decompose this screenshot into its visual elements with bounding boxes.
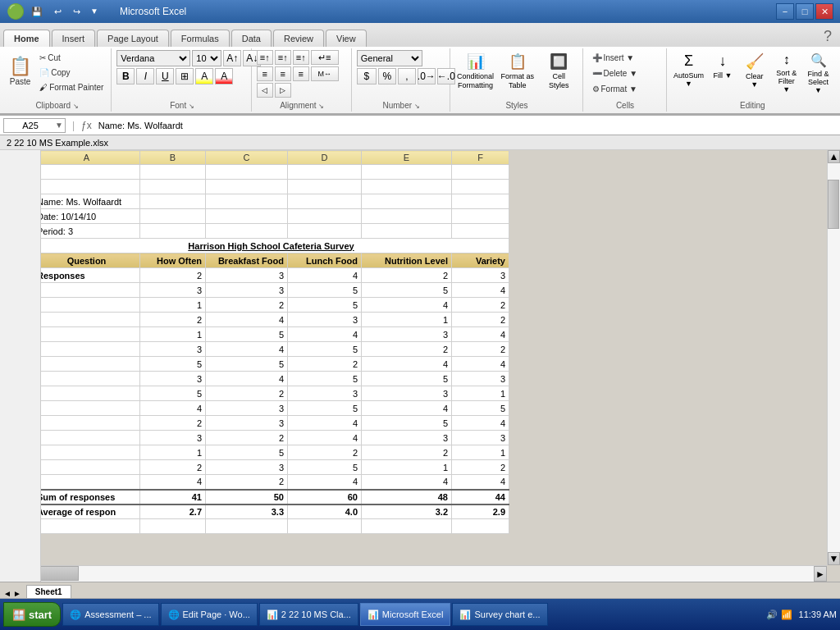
cell[interactable]: Date: 10/14/10	[34, 209, 140, 224]
cell[interactable]: 1	[452, 386, 509, 401]
cell[interactable]	[362, 519, 452, 534]
cell[interactable]	[206, 165, 288, 180]
cell[interactable]	[34, 386, 140, 401]
cell[interactable]: Harrison High School Cafeteria Survey	[34, 239, 509, 253]
cell[interactable]	[206, 519, 288, 534]
cell[interactable]: Nutrition Level	[362, 253, 452, 268]
cell[interactable]: 2	[362, 342, 452, 357]
cell[interactable]: Breakfast Food	[206, 253, 288, 268]
cell[interactable]: 2	[206, 431, 288, 445]
merge-center-button[interactable]: M↔	[311, 66, 339, 81]
cell[interactable]: 2	[288, 445, 362, 460]
cell[interactable]: Average of respon	[34, 504, 140, 519]
window-controls[interactable]: − □ ✕	[776, 3, 833, 20]
cell[interactable]: 1	[452, 445, 509, 460]
cell[interactable]	[452, 180, 509, 194]
cell[interactable]: 1	[362, 313, 452, 327]
cell[interactable]: 5	[206, 357, 288, 372]
conditional-formatting-button[interactable]: 📊 ConditionalFormatting	[455, 50, 496, 93]
cell[interactable]	[140, 180, 206, 194]
cell-styles-button[interactable]: 🔲 CellStyles	[539, 50, 579, 93]
cell[interactable]: 5	[288, 372, 362, 386]
cell[interactable]	[206, 224, 288, 239]
cell[interactable]: 3	[140, 342, 206, 357]
cell[interactable]	[206, 194, 288, 209]
cell[interactable]: 4	[288, 475, 362, 490]
cell[interactable]	[452, 194, 509, 209]
cell[interactable]: 2	[206, 298, 288, 313]
taskbar-item-1[interactable]: 🌐 Assessment – ...	[62, 603, 158, 616]
col-header-b[interactable]: B	[140, 151, 206, 165]
cell[interactable]: 3	[206, 283, 288, 298]
cell[interactable]	[34, 372, 140, 386]
minimize-button[interactable]: −	[776, 3, 794, 20]
indent-decrease[interactable]: ◁	[257, 83, 273, 98]
cell[interactable]	[288, 519, 362, 534]
cell[interactable]: 2	[362, 268, 452, 283]
cell[interactable]: 5	[288, 460, 362, 475]
cell[interactable]: 2	[140, 313, 206, 327]
cell[interactable]: 3	[288, 313, 362, 327]
cell[interactable]	[362, 209, 452, 224]
maximize-button[interactable]: □	[796, 3, 814, 20]
cell[interactable]: 4	[140, 475, 206, 490]
cell[interactable]: How Often	[140, 253, 206, 268]
cell[interactable]: 4	[206, 313, 288, 327]
cell-reference-input[interactable]	[6, 120, 55, 131]
scroll-down-button[interactable]: ▼	[828, 552, 840, 565]
cell[interactable]: Responses	[34, 268, 140, 283]
cell[interactable]: 4	[362, 357, 452, 372]
align-top-left[interactable]: ≡↑	[257, 50, 273, 65]
cell[interactable]	[206, 209, 288, 224]
cell[interactable]: 4	[206, 342, 288, 357]
cell[interactable]	[34, 313, 140, 327]
cell[interactable]: 4	[452, 327, 509, 342]
cell[interactable]: 48	[362, 490, 452, 504]
cell[interactable]	[288, 165, 362, 180]
sheet-tab-1[interactable]: Sheet1	[26, 585, 71, 598]
cell[interactable]: 2.9	[452, 504, 509, 519]
percent-button[interactable]: %	[378, 68, 396, 84]
cell[interactable]: 4	[362, 298, 452, 313]
cell[interactable]: 2.7	[140, 504, 206, 519]
cell[interactable]: 5	[140, 357, 206, 372]
italic-button[interactable]: I	[136, 68, 154, 84]
cell-ref-dropdown[interactable]: ▼	[55, 121, 63, 130]
cell[interactable]	[452, 165, 509, 180]
delete-cells-button[interactable]: ➖ Delete ▼	[588, 66, 642, 80]
formula-input[interactable]	[95, 121, 837, 130]
quick-customize[interactable]: ▼	[90, 7, 98, 17]
tab-home[interactable]: Home	[3, 30, 50, 47]
cell[interactable]	[206, 180, 288, 194]
cell[interactable]	[288, 209, 362, 224]
col-header-a[interactable]: A	[34, 151, 140, 165]
cell[interactable]: 5	[362, 416, 452, 431]
col-header-c[interactable]: C	[206, 151, 288, 165]
decimal-increase[interactable]: .0→	[418, 68, 436, 84]
cell[interactable]	[34, 180, 140, 194]
help-icon[interactable]: ?	[819, 26, 837, 47]
cell[interactable]	[452, 519, 509, 534]
cell[interactable]: 4	[452, 283, 509, 298]
cell[interactable]: 3	[140, 372, 206, 386]
cell[interactable]	[362, 224, 452, 239]
cell[interactable]: Name: Ms. Wolfaardt	[34, 194, 140, 209]
align-right[interactable]: ≡	[293, 66, 309, 81]
cell[interactable]: 4	[140, 401, 206, 416]
cell[interactable]: 3	[362, 386, 452, 401]
col-header-f[interactable]: F	[452, 151, 509, 165]
number-format-select[interactable]: General	[357, 50, 422, 66]
cell[interactable]: 5	[288, 401, 362, 416]
border-button[interactable]: ⊞	[176, 68, 194, 84]
bold-button[interactable]: B	[116, 68, 135, 84]
format-as-table-button[interactable]: 📋 Format asTable	[498, 50, 538, 93]
cell[interactable]: 4	[288, 431, 362, 445]
cell[interactable]: 60	[288, 490, 362, 504]
format-cells-button[interactable]: ⚙ Format ▼	[588, 81, 641, 96]
cell[interactable]: 2	[452, 298, 509, 313]
cell[interactable]: 1	[140, 298, 206, 313]
cell[interactable]: 3	[362, 327, 452, 342]
cell[interactable]	[452, 209, 509, 224]
cell[interactable]: 2	[140, 460, 206, 475]
align-left[interactable]: ≡	[257, 66, 273, 81]
